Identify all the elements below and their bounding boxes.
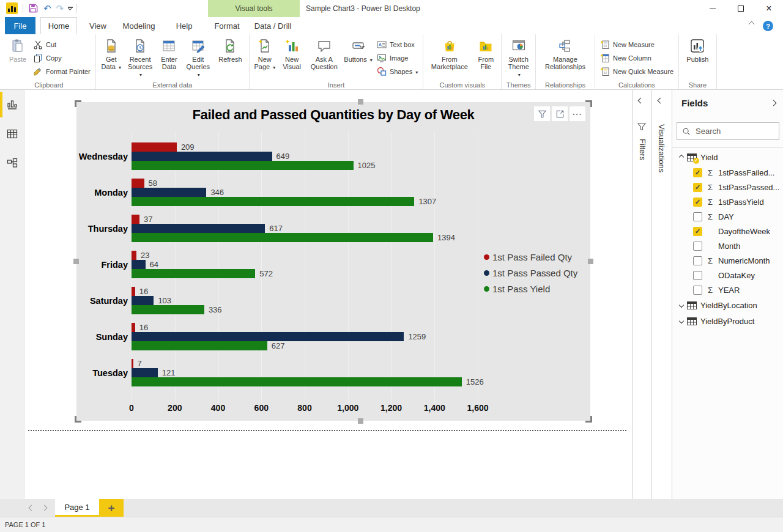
new-column-button[interactable]: New Column bbox=[598, 51, 676, 64]
previous-page-icon[interactable] bbox=[29, 505, 35, 511]
image-button[interactable]: Image bbox=[374, 51, 420, 64]
bar-1st-pass-passed-qty[interactable] bbox=[132, 152, 272, 161]
new-measure-button[interactable]: New Measure bbox=[598, 38, 676, 51]
copy-button[interactable]: Copy bbox=[31, 51, 93, 64]
field-row-numericmonth[interactable]: ΣNumericMonth bbox=[672, 253, 783, 268]
field-checkbox-checked[interactable]: ✓ bbox=[693, 183, 702, 192]
bar-1st-pass-passed-qty[interactable] bbox=[132, 188, 206, 197]
report-view-button[interactable] bbox=[0, 90, 24, 119]
field-row-day[interactable]: ΣDAY bbox=[672, 209, 783, 224]
field-checkbox-checked[interactable]: ✓ bbox=[693, 198, 702, 207]
legend-item[interactable]: 1st Pass Failed Qty bbox=[484, 249, 577, 265]
bar-1st-pass-failed-qty[interactable] bbox=[132, 179, 144, 188]
bar-1st-pass-failed-qty[interactable] bbox=[132, 287, 135, 296]
bar-1st-pass-yield[interactable] bbox=[132, 269, 255, 278]
tab-data-drill[interactable]: Data / Drill bbox=[248, 17, 297, 34]
expand-visualizations-icon[interactable] bbox=[658, 98, 664, 104]
field-row-1stpasspassed[interactable]: ✓Σ1stPassPassed... bbox=[672, 180, 783, 194]
undo-icon[interactable]: ↶ bbox=[43, 3, 51, 14]
maximize-icon[interactable] bbox=[727, 0, 755, 17]
refresh-button[interactable]: Refresh bbox=[214, 35, 247, 79]
next-page-icon[interactable] bbox=[42, 505, 48, 511]
bar-1st-pass-failed-qty[interactable] bbox=[132, 251, 136, 260]
from-file-button[interactable]: From File bbox=[473, 35, 499, 79]
publish-button[interactable]: Publish bbox=[681, 35, 714, 79]
shapes-button[interactable]: Shapes ▾ bbox=[374, 65, 420, 78]
tab-view[interactable]: View bbox=[82, 17, 114, 34]
bar-1st-pass-yield[interactable] bbox=[132, 233, 433, 242]
help-icon[interactable]: ? bbox=[763, 21, 773, 31]
close-icon[interactable]: × bbox=[755, 0, 783, 17]
new-page-button[interactable]: New Page ▾ bbox=[252, 35, 278, 79]
search-box[interactable] bbox=[677, 122, 779, 140]
recent-sources-button[interactable]: Recent Sources ▾ bbox=[124, 35, 157, 79]
tab-file[interactable]: File bbox=[5, 17, 35, 34]
new-visual-button[interactable]: New Visual bbox=[278, 35, 306, 79]
bar-1st-pass-failed-qty[interactable] bbox=[132, 359, 133, 368]
bar-1st-pass-yield[interactable] bbox=[132, 161, 354, 170]
field-row-1stpassfailed[interactable]: ✓Σ1stPassFailed... bbox=[672, 165, 783, 180]
bar-1st-pass-passed-qty[interactable] bbox=[132, 224, 265, 233]
ask-a-question-button[interactable]: Ask A Question bbox=[306, 35, 342, 79]
get-data-button[interactable]: Get Data ▾ bbox=[98, 35, 124, 79]
paste-button[interactable]: Paste bbox=[5, 35, 31, 79]
redo-icon[interactable]: ↷ bbox=[56, 3, 64, 14]
field-row-year[interactable]: ΣYEAR bbox=[672, 283, 783, 297]
tab-modeling[interactable]: Modeling bbox=[119, 17, 159, 34]
toolbar-customize-icon[interactable] bbox=[69, 7, 72, 10]
table-row-yieldbyproduct[interactable]: YieldByProduct bbox=[672, 313, 783, 329]
new-quick-measure-button[interactable]: New Quick Measure bbox=[598, 65, 676, 78]
bar-1st-pass-failed-qty[interactable] bbox=[132, 215, 139, 224]
model-view-button[interactable] bbox=[0, 149, 24, 178]
field-checkbox-unchecked[interactable] bbox=[693, 271, 702, 280]
add-page-button[interactable]: + bbox=[99, 499, 124, 517]
page-tab[interactable]: Page 1 bbox=[55, 499, 99, 517]
bar-1st-pass-yield[interactable] bbox=[132, 305, 204, 314]
expand-filters-icon[interactable] bbox=[638, 98, 644, 104]
minimize-icon[interactable] bbox=[699, 0, 727, 17]
field-row-dayoftheweek[interactable]: ✓DayoftheWeek bbox=[672, 224, 783, 238]
field-checkbox-unchecked[interactable] bbox=[693, 286, 702, 295]
field-row-month[interactable]: Month bbox=[672, 238, 783, 253]
bar-1st-pass-passed-qty[interactable] bbox=[132, 260, 146, 269]
field-checkbox-unchecked[interactable] bbox=[693, 256, 702, 265]
expand-table-icon[interactable] bbox=[679, 319, 684, 323]
table-row-yield[interactable]: ✓Yield bbox=[672, 149, 783, 165]
filters-pane-collapsed[interactable]: Filters bbox=[632, 90, 651, 499]
legend-item[interactable]: 1st Pass Yield bbox=[484, 281, 577, 297]
field-row-odatakey[interactable]: ODataKey bbox=[672, 268, 783, 283]
cut-button[interactable]: Cut bbox=[31, 38, 93, 51]
bar-1st-pass-yield[interactable] bbox=[132, 341, 267, 350]
format-painter-button[interactable]: Format Painter bbox=[31, 65, 93, 78]
search-input[interactable] bbox=[696, 127, 774, 136]
tab-help[interactable]: Help bbox=[166, 17, 202, 34]
collapse-ribbon-icon[interactable] bbox=[749, 21, 755, 28]
report-canvas[interactable]: ··· Failed and Passed Quantities by Day … bbox=[25, 90, 631, 499]
field-checkbox-checked[interactable]: ✓ bbox=[693, 227, 702, 236]
bar-1st-pass-failed-qty[interactable] bbox=[132, 323, 135, 332]
manage-relationships-button[interactable]: Manage Relationships bbox=[538, 35, 592, 79]
table-row-yieldbylocation[interactable]: YieldByLocation bbox=[672, 297, 783, 313]
bar-1st-pass-failed-qty[interactable] bbox=[132, 142, 177, 152]
from-marketplace-button[interactable]: From Marketplace bbox=[426, 35, 473, 79]
enter-data-button[interactable]: Enter Data bbox=[156, 35, 182, 79]
field-checkbox-unchecked[interactable] bbox=[693, 242, 702, 251]
edit-queries-button[interactable]: Edit Queries ▾ bbox=[182, 35, 214, 79]
visualizations-pane-collapsed[interactable]: Visualizations bbox=[651, 90, 671, 499]
bar-1st-pass-passed-qty[interactable] bbox=[132, 368, 158, 377]
field-checkbox-checked[interactable]: ✓ bbox=[693, 168, 702, 177]
text-box-button[interactable]: Text box bbox=[374, 38, 420, 51]
tab-format[interactable]: Format bbox=[209, 17, 245, 34]
save-icon[interactable] bbox=[28, 3, 39, 13]
collapse-fields-icon[interactable] bbox=[771, 100, 777, 106]
field-checkbox-unchecked[interactable] bbox=[693, 212, 702, 221]
legend-item[interactable]: 1st Pass Passed Qty bbox=[484, 265, 577, 281]
switch-theme-button[interactable]: Switch Theme ▾ bbox=[504, 35, 533, 79]
field-row-1stpassyield[interactable]: ✓Σ1stPassYield bbox=[672, 194, 783, 209]
bar-1st-pass-yield[interactable] bbox=[132, 197, 414, 206]
tab-home[interactable]: Home bbox=[40, 17, 77, 34]
buttons-button[interactable]: Buttons ▾ bbox=[342, 35, 374, 79]
data-view-button[interactable] bbox=[0, 119, 24, 149]
bar-1st-pass-yield[interactable] bbox=[132, 377, 462, 386]
bar-chart-visual[interactable]: ··· Failed and Passed Quantities by Day … bbox=[76, 102, 590, 421]
